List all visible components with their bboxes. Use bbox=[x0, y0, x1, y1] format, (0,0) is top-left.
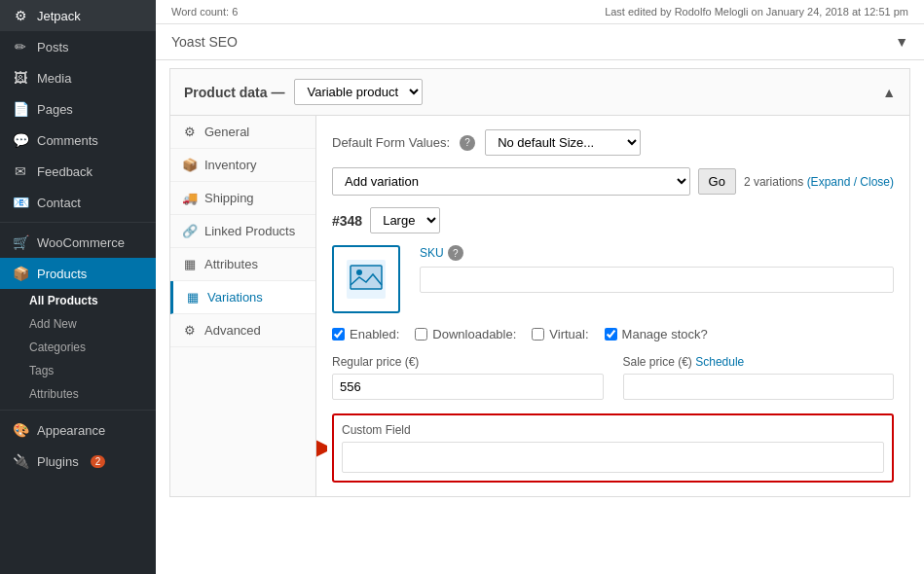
yoast-label: Yoast SEO bbox=[171, 34, 238, 50]
yoast-collapse-icon[interactable]: ▼ bbox=[895, 34, 908, 50]
sale-price-input[interactable] bbox=[623, 374, 895, 400]
linked-products-icon: 🔗 bbox=[182, 224, 198, 238]
main-content: Word count: 6 Last edited by Rodolfo Mel… bbox=[156, 0, 924, 574]
sku-area: SKU ? bbox=[420, 245, 894, 293]
product-type-select[interactable]: Variable product bbox=[294, 79, 423, 105]
expand-close-link[interactable]: (Expand / Close) bbox=[807, 175, 894, 189]
word-count: Word count: 6 bbox=[171, 6, 238, 18]
sidebar-woocommerce-section: 🛒 WooCommerce 📦 Products All Products Ad… bbox=[0, 222, 156, 406]
downloadable-checkbox[interactable] bbox=[415, 328, 427, 341]
woocommerce-icon: 🛒 bbox=[12, 234, 29, 250]
svg-rect-1 bbox=[351, 266, 382, 289]
default-form-select[interactable]: No default Size... bbox=[485, 129, 641, 156]
product-nav: ⚙ General 📦 Inventory 🚚 Shipping 🔗 Linke… bbox=[170, 116, 316, 496]
last-edited: Last edited by Rodolfo Melogli on Januar… bbox=[605, 6, 908, 18]
plugins-badge: 2 bbox=[91, 455, 106, 468]
product-data-body: ⚙ General 📦 Inventory 🚚 Shipping 🔗 Linke… bbox=[170, 116, 909, 496]
product-nav-linked-products[interactable]: 🔗 Linked Products bbox=[170, 215, 315, 248]
yoast-bar[interactable]: Yoast SEO ▼ bbox=[156, 24, 924, 60]
custom-field-input[interactable] bbox=[342, 442, 884, 473]
product-nav-advanced[interactable]: ⚙ Advanced bbox=[170, 314, 315, 347]
product-nav-attributes[interactable]: ▦ Attributes bbox=[170, 248, 315, 281]
variation-image-area: SKU ? bbox=[332, 245, 894, 313]
submenu-attributes[interactable]: Attributes bbox=[0, 382, 156, 406]
add-variation-row: Add variation Go 2 variations (Expand / … bbox=[332, 167, 894, 196]
regular-price-label: Regular price (€) bbox=[332, 355, 604, 369]
virtual-checkbox-label[interactable]: Virtual: bbox=[532, 327, 588, 341]
product-data-header-left: Product data — Variable product bbox=[184, 79, 423, 105]
add-variation-select[interactable]: Add variation bbox=[332, 167, 690, 196]
sidebar-item-comments[interactable]: 💬 Comments bbox=[0, 125, 156, 156]
go-button[interactable]: Go bbox=[698, 168, 736, 195]
inventory-icon: 📦 bbox=[182, 158, 198, 172]
variations-icon: ▦ bbox=[185, 290, 201, 305]
product-nav-shipping[interactable]: 🚚 Shipping bbox=[170, 182, 315, 215]
sidebar-item-pages[interactable]: 📄 Pages bbox=[0, 93, 156, 125]
sidebar-item-plugins[interactable]: 🔌 Plugins 2 bbox=[0, 446, 156, 477]
manage-stock-checkbox[interactable] bbox=[605, 328, 617, 341]
sidebar-item-contact[interactable]: 📧 Contact bbox=[0, 187, 156, 218]
advanced-icon: ⚙ bbox=[182, 323, 198, 338]
sidebar-item-posts[interactable]: ✏ Posts bbox=[0, 31, 156, 62]
checkboxes-row: Enabled: Downloadable: Virtual: Manage s… bbox=[332, 327, 894, 341]
downloadable-checkbox-label[interactable]: Downloadable: bbox=[415, 327, 516, 341]
attributes-icon: ▦ bbox=[182, 257, 198, 271]
jetpack-icon: ⚙ bbox=[12, 8, 29, 23]
plugins-icon: 🔌 bbox=[12, 453, 29, 469]
sidebar-item-jetpack[interactable]: ⚙ Jetpack bbox=[0, 0, 156, 31]
default-form-label: Default Form Values: bbox=[332, 135, 450, 150]
submenu-categories[interactable]: Categories bbox=[0, 336, 156, 359]
shipping-icon: 🚚 bbox=[182, 191, 198, 205]
variations-count: 2 variations (Expand / Close) bbox=[744, 175, 894, 189]
sidebar-item-products[interactable]: 📦 Products bbox=[0, 258, 156, 289]
sale-price-label: Sale price (€) Schedule bbox=[623, 355, 895, 369]
svg-point-2 bbox=[356, 269, 362, 275]
submenu-add-new[interactable]: Add New bbox=[0, 312, 156, 336]
product-nav-inventory[interactable]: 📦 Inventory bbox=[170, 149, 315, 182]
product-nav-general[interactable]: ⚙ General bbox=[170, 116, 315, 149]
virtual-checkbox[interactable] bbox=[532, 328, 544, 341]
default-form-help-icon[interactable]: ? bbox=[460, 135, 475, 151]
sidebar-item-media[interactable]: 🖼 Media bbox=[0, 62, 156, 93]
variation-image-placeholder[interactable] bbox=[332, 245, 400, 313]
general-icon: ⚙ bbox=[182, 125, 198, 139]
arrow-container bbox=[316, 434, 327, 463]
feedback-icon: ✉ bbox=[12, 163, 29, 179]
sidebar-bottom-section: 🎨 Appearance 🔌 Plugins 2 bbox=[0, 410, 156, 477]
sidebar-item-woocommerce[interactable]: 🛒 WooCommerce bbox=[0, 227, 156, 258]
enabled-checkbox-label[interactable]: Enabled: bbox=[332, 327, 399, 341]
custom-field-area: Custom Field bbox=[332, 413, 894, 483]
submenu-all-products[interactable]: All Products bbox=[0, 289, 156, 312]
sku-label: SKU ? bbox=[420, 245, 894, 261]
media-icon: 🖼 bbox=[12, 70, 29, 86]
sku-help-icon[interactable]: ? bbox=[448, 245, 463, 261]
appearance-icon: 🎨 bbox=[12, 422, 29, 438]
regular-price-group: Regular price (€) bbox=[332, 355, 604, 400]
custom-field-label: Custom Field bbox=[342, 423, 884, 437]
schedule-link[interactable]: Schedule bbox=[695, 355, 744, 369]
posts-icon: ✏ bbox=[12, 39, 29, 54]
top-bar: Word count: 6 Last edited by Rodolfo Mel… bbox=[156, 0, 924, 24]
sidebar-item-appearance[interactable]: 🎨 Appearance bbox=[0, 414, 156, 446]
product-nav-variations[interactable]: ▦ Variations bbox=[170, 281, 315, 314]
product-data-section: Product data — Variable product ▲ ⚙ Gene… bbox=[169, 68, 910, 497]
contact-icon: 📧 bbox=[12, 195, 29, 210]
regular-price-input[interactable] bbox=[332, 374, 604, 400]
submenu-tags[interactable]: Tags bbox=[0, 359, 156, 382]
custom-field-wrapper: Custom Field bbox=[332, 413, 894, 483]
enabled-checkbox[interactable] bbox=[332, 328, 345, 341]
pages-icon: 📄 bbox=[12, 101, 29, 117]
red-arrow-icon bbox=[316, 434, 327, 463]
variation-number: #348 bbox=[332, 213, 362, 229]
prices-row: Regular price (€) Sale price (€) Schedul… bbox=[332, 355, 894, 400]
sku-input[interactable] bbox=[420, 267, 894, 293]
product-data-header: Product data — Variable product ▲ bbox=[170, 69, 909, 116]
sidebar-item-feedback[interactable]: ✉ Feedback bbox=[0, 156, 156, 187]
product-data-label: Product data — bbox=[184, 85, 284, 100]
product-data-collapse-icon[interactable]: ▲ bbox=[882, 85, 896, 100]
product-content: Default Form Values: ? No default Size..… bbox=[316, 116, 909, 496]
variation-size-select[interactable]: Large bbox=[370, 207, 440, 233]
manage-stock-checkbox-label[interactable]: Manage stock? bbox=[605, 327, 708, 341]
sidebar: ⚙ Jetpack ✏ Posts 🖼 Media 📄 Pages 💬 Comm… bbox=[0, 0, 156, 574]
default-form-values-row: Default Form Values: ? No default Size..… bbox=[332, 129, 894, 156]
